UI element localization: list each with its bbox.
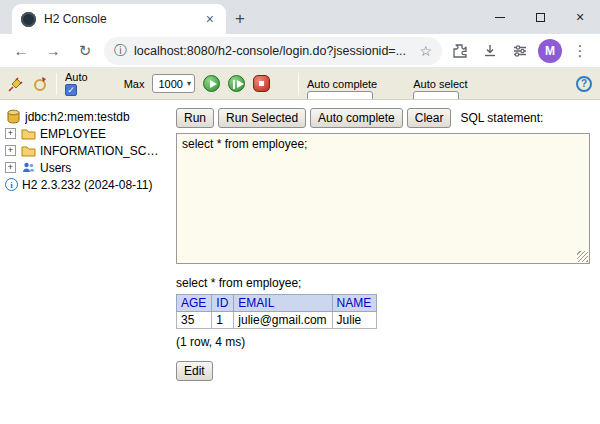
results-panel: select * from employee; AGE ID EMAIL NAM… xyxy=(176,276,590,381)
tree-item-database[interactable]: jdbc:h2:mem:testdb xyxy=(5,108,166,125)
close-button[interactable]: × xyxy=(560,0,600,34)
run-icon-button[interactable] xyxy=(203,75,220,92)
tab-title: H2 Console xyxy=(44,12,195,26)
expand-icon[interactable]: + xyxy=(5,162,16,173)
autoselect-select[interactable] xyxy=(413,91,459,100)
extensions-icon[interactable] xyxy=(448,39,472,63)
tree-item-users[interactable]: + Users xyxy=(5,159,166,176)
window-controls: × xyxy=(480,0,600,34)
autoselect-label: Auto select xyxy=(413,78,467,90)
profile-avatar[interactable]: M xyxy=(538,39,562,63)
cell-age: 35 xyxy=(177,312,212,329)
browser-window: H2 Console × + × ← → ↻ ⓘ localhost:8080/… xyxy=(0,0,600,424)
tree-item-version: i H2 2.3.232 (2024-08-11) xyxy=(5,176,166,193)
users-icon xyxy=(20,160,36,176)
query-panel: Run Run Selected Auto complete Clear SQL… xyxy=(170,100,600,424)
chevron-down-icon: ▾ xyxy=(187,79,191,88)
reload-icon[interactable]: ↻ xyxy=(72,38,98,64)
tab-strip: H2 Console × + × xyxy=(0,0,600,34)
h2-favicon xyxy=(21,12,36,27)
column-header-name: NAME xyxy=(332,295,377,312)
result-table: AGE ID EMAIL NAME 35 1 julie@gmail.com J… xyxy=(176,294,377,329)
table-row: 35 1 julie@gmail.com Julie xyxy=(177,312,377,329)
url-text: localhost:8080/h2-console/login.do?jsess… xyxy=(134,44,412,58)
address-bar[interactable]: ⓘ localhost:8080/h2-console/login.do?jse… xyxy=(104,37,442,65)
toolbar-separator xyxy=(298,73,299,95)
autocomplete-label: Auto complete xyxy=(307,78,377,90)
table-header-row: AGE ID EMAIL NAME xyxy=(177,295,377,312)
maximize-button[interactable] xyxy=(520,0,560,34)
max-rows-label: Max xyxy=(124,78,145,90)
tree-item-label: jdbc:h2:mem:testdb xyxy=(25,110,130,124)
play-icon xyxy=(210,80,217,88)
tune-icon[interactable] xyxy=(508,39,532,63)
back-icon[interactable]: ← xyxy=(8,38,34,64)
clear-button[interactable]: Clear xyxy=(407,108,452,128)
address-bar-row: ← → ↻ ⓘ localhost:8080/h2-console/login.… xyxy=(0,34,600,68)
run-selected-button[interactable]: Run Selected xyxy=(218,108,306,128)
tree-item-label: Users xyxy=(40,161,71,175)
cell-name: Julie xyxy=(332,312,377,329)
browser-menu-icon[interactable]: ⋮ xyxy=(568,39,592,63)
h2-content: jdbc:h2:mem:testdb + EMPLOYEE + INFORMAT… xyxy=(0,100,600,424)
refresh-icon[interactable] xyxy=(32,76,48,92)
auto-commit-label: Auto xyxy=(65,71,88,83)
play-bar-icon xyxy=(233,80,235,89)
bookmark-star-icon[interactable]: ☆ xyxy=(419,43,432,59)
h2-version-label: H2 2.3.232 (2024-08-11) xyxy=(22,178,153,192)
tree-item-employee[interactable]: + EMPLOYEE xyxy=(5,125,166,142)
autocomplete-control: Auto complete xyxy=(307,68,377,99)
resize-handle[interactable] xyxy=(577,251,588,262)
browser-tab[interactable]: H2 Console × xyxy=(12,4,226,34)
cell-email: julie@gmail.com xyxy=(234,312,332,329)
column-header-email: EMAIL xyxy=(234,295,332,312)
column-header-age: AGE xyxy=(177,295,212,312)
stop-icon xyxy=(259,81,264,86)
database-icon xyxy=(5,109,21,125)
maximize-icon xyxy=(536,13,545,22)
edit-button[interactable]: Edit xyxy=(176,361,213,381)
database-tree: jdbc:h2:mem:testdb + EMPLOYEE + INFORMAT… xyxy=(0,100,170,424)
expand-icon[interactable]: + xyxy=(5,128,16,139)
minimize-button[interactable] xyxy=(480,0,520,34)
cancel-icon-button[interactable] xyxy=(253,75,270,92)
forward-icon[interactable]: → xyxy=(40,38,66,64)
auto-commit-control: Auto ✓ xyxy=(65,68,88,99)
tree-item-information-schema[interactable]: + INFORMATION_SCHEMA xyxy=(5,142,166,159)
play-icon xyxy=(237,80,244,88)
tab-close-icon[interactable]: × xyxy=(203,11,217,27)
auto-complete-button[interactable]: Auto complete xyxy=(310,108,403,128)
autocomplete-select[interactable] xyxy=(307,91,373,100)
column-header-id: ID xyxy=(212,295,234,312)
run-button[interactable]: Run xyxy=(176,108,214,128)
info-icon: i xyxy=(5,178,18,191)
minimize-icon xyxy=(495,17,505,18)
executed-query-text: select * from employee; xyxy=(176,276,590,290)
expand-icon[interactable]: + xyxy=(5,145,16,156)
cell-id: 1 xyxy=(212,312,234,329)
folder-icon xyxy=(20,126,36,142)
autoselect-control: Auto select xyxy=(413,68,467,99)
downloads-icon[interactable] xyxy=(478,39,502,63)
disconnect-icon[interactable] xyxy=(8,76,24,92)
site-info-icon[interactable]: ⓘ xyxy=(114,42,127,60)
sql-input[interactable]: select * from employee; xyxy=(176,133,590,264)
auto-commit-checkbox[interactable]: ✓ xyxy=(65,84,77,96)
run-selected-icon-button[interactable] xyxy=(228,75,245,92)
result-status: (1 row, 4 ms) xyxy=(176,335,590,349)
h2-toolbar: Auto ✓ Max 1000 ▾ Auto complete Auto sel… xyxy=(0,68,600,100)
tree-item-label: INFORMATION_SCHEMA xyxy=(40,144,166,158)
folder-icon xyxy=(20,143,36,159)
max-rows-value: 1000 xyxy=(158,78,182,90)
tree-item-label: EMPLOYEE xyxy=(40,127,106,141)
sql-statement-label: SQL statement: xyxy=(460,111,543,125)
sql-editor-wrap: select * from employee; xyxy=(176,133,590,264)
toolbar-separator xyxy=(56,73,57,95)
help-icon[interactable]: ? xyxy=(576,76,592,92)
max-rows-select[interactable]: 1000 ▾ xyxy=(152,74,195,93)
new-tab-button[interactable]: + xyxy=(226,5,254,33)
query-buttons: Run Run Selected Auto complete Clear SQL… xyxy=(176,108,590,128)
